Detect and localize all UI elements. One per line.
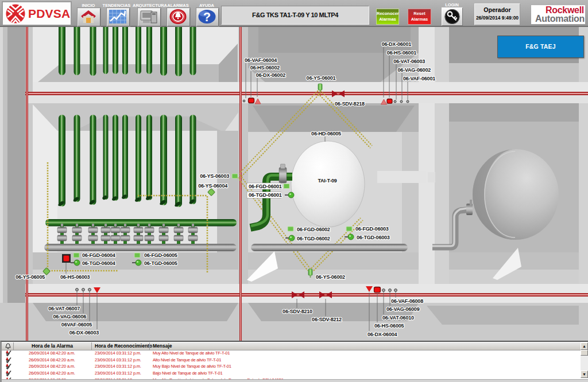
svg-text:06-DX-06003: 06-DX-06003 [69, 330, 99, 336]
svg-text:06-DX-06002: 06-DX-06002 [256, 72, 286, 78]
svg-text:06-VAG-06002: 06-VAG-06002 [398, 67, 431, 73]
svg-text:06-FGD-06005: 06-FGD-06005 [144, 252, 177, 258]
svg-text:06-VAT-06010: 06-VAT-06010 [382, 315, 414, 321]
svg-text:?: ? [203, 10, 211, 24]
svg-text:06-DX-06001: 06-DX-06001 [382, 41, 412, 47]
svg-text:06-YS-06004: 06-YS-06004 [198, 183, 227, 189]
svg-text:06-VAG-06009: 06-VAG-06009 [386, 306, 420, 312]
svg-text:06-TGD-06004: 06-TGD-06004 [82, 260, 115, 266]
svg-text:06-SDV-8210: 06-SDV-8210 [283, 309, 312, 314]
svg-text:06-VAT-06007: 06-VAT-06007 [48, 306, 80, 311]
svg-text:06VAF-06005: 06VAF-06005 [61, 322, 92, 328]
svg-text:06-VAT-06003: 06-VAT-06003 [393, 59, 425, 64]
svg-text:06-HS-06005: 06-HS-06005 [374, 323, 404, 329]
svg-text:06-FGD-06004: 06-FGD-06004 [82, 252, 115, 258]
svg-text:06-FGD-06001: 06-FGD-06001 [249, 184, 282, 189]
svg-text:06-HD-06005: 06-HD-06005 [311, 131, 341, 137]
svg-text:06-DX-06004: 06-DX-06004 [368, 332, 397, 337]
svg-text:TAI-T-09: TAI-T-09 [318, 178, 336, 184]
svg-text:06-FGD-06002: 06-FGD-06002 [297, 227, 330, 232]
svg-text:06-HS-06001: 06-HS-06001 [387, 50, 417, 56]
svg-text:06-HS-06003: 06-HS-06003 [60, 274, 90, 280]
svg-text:06-YS-06002: 06-YS-06002 [316, 274, 345, 280]
svg-text:06-HS-06002: 06-HS-06002 [250, 65, 280, 71]
svg-text:06-TGD-06002: 06-TGD-06002 [297, 236, 330, 241]
svg-text:06-VAF-06004: 06-VAF-06004 [245, 57, 277, 63]
svg-text:06-TGD-06005: 06-TGD-06005 [144, 260, 177, 266]
svg-text:06-VAF-06008: 06-VAF-06008 [391, 298, 423, 304]
svg-text:06-SDV-8218: 06-SDV-8218 [335, 101, 365, 107]
svg-text:06-VAF-06001: 06-VAF-06001 [403, 76, 435, 81]
svg-text:06-YS-06003: 06-YS-06003 [200, 173, 229, 179]
svg-text:06-VAG-06006: 06-VAG-06006 [53, 314, 87, 319]
svg-text:06-FGD-06003: 06-FGD-06003 [355, 226, 389, 232]
svg-text:06-TGD-06003: 06-TGD-06003 [357, 235, 390, 240]
svg-text:06-YS-06005: 06-YS-06005 [16, 274, 45, 280]
svg-text:06-YS-06001: 06-YS-06001 [307, 75, 336, 81]
svg-text:06-SDV-8212: 06-SDV-8212 [312, 317, 342, 322]
svg-text:06-TGD-06001: 06-TGD-06001 [249, 192, 282, 198]
